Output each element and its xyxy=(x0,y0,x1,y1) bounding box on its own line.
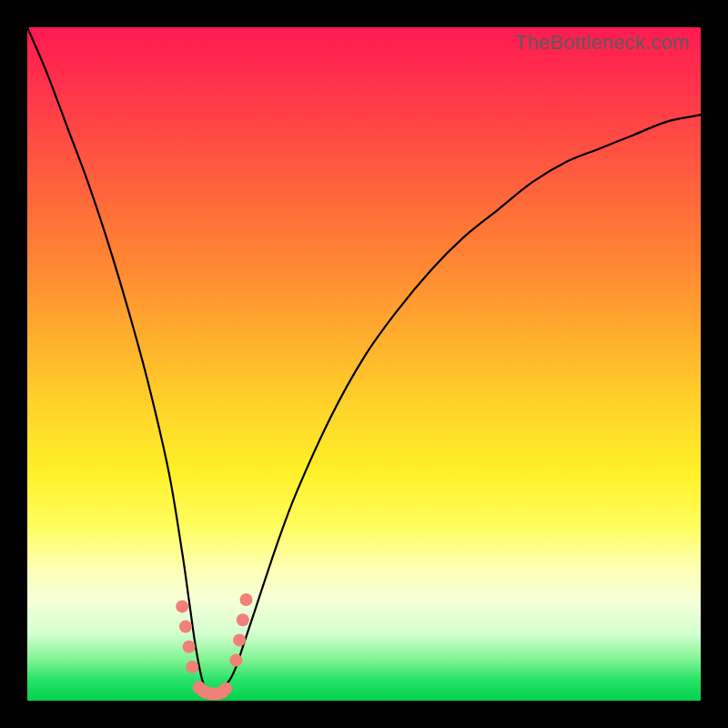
data-marker xyxy=(183,641,196,653)
data-marker xyxy=(219,682,232,695)
curve-line xyxy=(27,27,701,695)
plot-area: TheBottleneck.com xyxy=(27,27,701,701)
data-marker xyxy=(176,600,188,612)
data-marker xyxy=(229,654,242,667)
data-marker xyxy=(240,593,253,606)
data-marker xyxy=(233,633,246,646)
chart-frame: TheBottleneck.com xyxy=(0,0,728,728)
data-marker xyxy=(179,621,192,633)
marker-group xyxy=(176,593,252,701)
bottleneck-curve xyxy=(27,27,701,701)
data-marker xyxy=(186,661,198,673)
data-marker xyxy=(237,613,249,626)
